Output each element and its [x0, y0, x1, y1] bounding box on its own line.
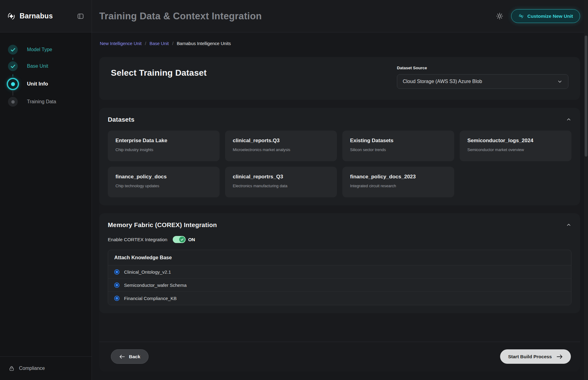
- breadcrumb: New Intelligence Unit / Base Unit / Barn…: [100, 41, 580, 46]
- theme-sun-icon[interactable]: [496, 13, 503, 20]
- dataset-name: clinical_reports.Q3: [233, 138, 329, 144]
- breadcrumb-link-base-unit[interactable]: Base Unit: [149, 41, 169, 46]
- scrollbar-track: [584, 0, 588, 380]
- compliance-label: Compliance: [19, 366, 45, 371]
- step-connector: [13, 91, 13, 96]
- dataset-name: Existing Datasets: [350, 138, 447, 144]
- select-training-dataset-title: Select Training Dataset: [111, 68, 207, 93]
- toggle-check-icon: [179, 237, 185, 242]
- step-check-icon: [8, 61, 18, 71]
- knowledge-base-title: Attach Knowledge Base: [108, 250, 571, 265]
- radio-selected-icon[interactable]: [114, 296, 119, 301]
- knowledge-base-label: Financial Compliance_KB: [124, 296, 177, 301]
- dataset-description: Integrated circuit research: [350, 184, 447, 188]
- dataset-source-label: Dataset Source: [397, 66, 568, 70]
- breadcrumb-separator: /: [145, 41, 146, 46]
- step-item[interactable]: Base Unit: [6, 61, 85, 78]
- toggle-state-text: ON: [188, 237, 195, 242]
- barnabus-logo-icon: [7, 12, 16, 21]
- step-connector: [13, 58, 13, 60]
- dataset-card[interactable]: Enterprise Data Lake Chip industry insig…: [108, 131, 220, 161]
- step-label: Training Data: [27, 99, 56, 104]
- datasets-collapse-chevron-icon[interactable]: [566, 117, 571, 122]
- wizard-footer: Back Start Build Process: [99, 342, 580, 372]
- dataset-source-value: Cloud Storage (AWS S3) Azure Blob: [403, 79, 482, 84]
- knowledge-base-label: Semiconductor_wafer Schema: [124, 283, 187, 288]
- start-build-process-button[interactable]: Start Build Process: [500, 349, 571, 364]
- dataset-name: Semiconductor_logs_2024: [467, 138, 564, 144]
- step-item[interactable]: Model Type: [6, 45, 85, 61]
- dataset-card[interactable]: finance_policy_docs Chip technology upda…: [108, 167, 220, 197]
- step-label: Base Unit: [27, 63, 48, 69]
- sidebar-compliance[interactable]: Compliance: [0, 356, 92, 380]
- step-item[interactable]: Unit Info: [6, 78, 85, 97]
- dataset-description: Chip industry insights: [115, 147, 212, 152]
- dataset-name: finance_policy_docs: [115, 174, 212, 180]
- scrollbar-thumb[interactable]: [585, 36, 587, 157]
- step-pending-icon: [8, 97, 18, 107]
- main-area: Training Data & Context Integration: [92, 0, 588, 380]
- dataset-card[interactable]: clinical_reports.Q3 Microelectronics mar…: [225, 131, 337, 161]
- arrow-right-icon: [556, 354, 563, 359]
- memory-fabric-title: Memory Fabric (COREX) Integration: [108, 221, 217, 229]
- dataset-description: Electronics manufacturing data: [233, 184, 329, 188]
- knowledge-base-row[interactable]: Financial Compliance_KB: [108, 292, 571, 305]
- knowledge-base-panel: Attach Knowledge Base Clinical_Ontology_…: [108, 250, 571, 305]
- breadcrumb-separator: /: [172, 41, 173, 46]
- step-label: Unit Info: [27, 81, 48, 87]
- customize-new-unit-button[interactable]: Customize New Unit: [511, 9, 580, 23]
- app-root: Barnabus: [0, 0, 588, 380]
- step-item[interactable]: Training Data: [6, 97, 85, 113]
- sidebar-collapse-icon[interactable]: [77, 13, 84, 20]
- back-button[interactable]: Back: [111, 349, 149, 364]
- start-label: Start Build Process: [508, 354, 552, 359]
- step-check-icon: [8, 45, 18, 55]
- dataset-description: Chip technology updates: [115, 184, 212, 188]
- datasets-grid: Enterprise Data Lake Chip industry insig…: [108, 131, 571, 197]
- page-title: Training Data & Context Integration: [99, 11, 262, 22]
- select-training-dataset-card: Select Training Dataset Dataset Source C…: [99, 57, 580, 100]
- dataset-description: Silicon sector trends: [350, 147, 447, 152]
- datasets-section: Datasets Enterprise Data Lake Chip indus…: [99, 108, 580, 205]
- memory-fabric-section: Memory Fabric (COREX) Integration Enable…: [99, 213, 580, 313]
- chevron-down-icon: [557, 79, 563, 84]
- knowledge-base-list: Clinical_Ontology_v2.1 Semiconductor_waf…: [108, 265, 571, 305]
- unit-logo-icon: [518, 13, 524, 19]
- brand-name: Barnabus: [20, 12, 53, 20]
- memory-fabric-collapse-chevron-icon[interactable]: [566, 222, 571, 228]
- step-active-icon: [7, 78, 19, 90]
- sidebar-header: Barnabus: [0, 0, 92, 32]
- dataset-card[interactable]: clinical_reportrs_Q3 Electronics manufac…: [225, 167, 337, 197]
- brand: Barnabus: [7, 12, 53, 21]
- dataset-description: Semiconductor market overview: [467, 147, 564, 152]
- dataset-name: clinical_reportrs_Q3: [233, 174, 329, 180]
- breadcrumb-link-new-intelligence-unit[interactable]: New Intelligence Unit: [100, 41, 141, 46]
- dataset-name: finance_policy_docs_2023: [350, 174, 447, 180]
- sidebar: Barnabus: [0, 0, 92, 380]
- dataset-card[interactable]: Semiconductor_logs_2024 Semiconductor ma…: [460, 131, 571, 161]
- dataset-description: Microelectronics market analysis: [233, 147, 329, 152]
- dataset-name: Enterprise Data Lake: [115, 138, 212, 144]
- knowledge-base-row[interactable]: Semiconductor_wafer Schema: [108, 279, 571, 292]
- knowledge-base-label: Clinical_Ontology_v2.1: [124, 269, 171, 275]
- arrow-left-icon: [119, 354, 125, 359]
- dataset-card[interactable]: finance_policy_docs_2023 Integrated circ…: [342, 167, 454, 197]
- cortex-toggle-label: Enable CORTEX Integration: [108, 237, 167, 242]
- back-label: Back: [129, 354, 140, 359]
- cortex-integration-toggle[interactable]: [173, 236, 186, 243]
- radio-selected-icon[interactable]: [114, 269, 119, 275]
- step-connector: [13, 74, 13, 77]
- step-label: Model Type: [27, 47, 52, 52]
- lock-icon: [9, 365, 15, 371]
- customize-label: Customize New Unit: [527, 13, 573, 19]
- breadcrumb-current: Barnabus Intelligence Units: [177, 41, 231, 46]
- topbar: Training Data & Context Integration: [92, 0, 588, 32]
- dataset-card[interactable]: Existing Datasets Silicon sector trends: [342, 131, 454, 161]
- step-nav: Model Type Base Unit: [0, 32, 92, 356]
- wizard-panel: Select Training Dataset Dataset Source C…: [99, 57, 580, 372]
- radio-selected-icon[interactable]: [114, 283, 119, 288]
- content: New Intelligence Unit / Base Unit / Barn…: [92, 32, 588, 380]
- knowledge-base-row[interactable]: Clinical_Ontology_v2.1: [108, 265, 571, 279]
- dataset-source-select[interactable]: Cloud Storage (AWS S3) Azure Blob: [397, 74, 568, 89]
- datasets-title: Datasets: [108, 116, 134, 123]
